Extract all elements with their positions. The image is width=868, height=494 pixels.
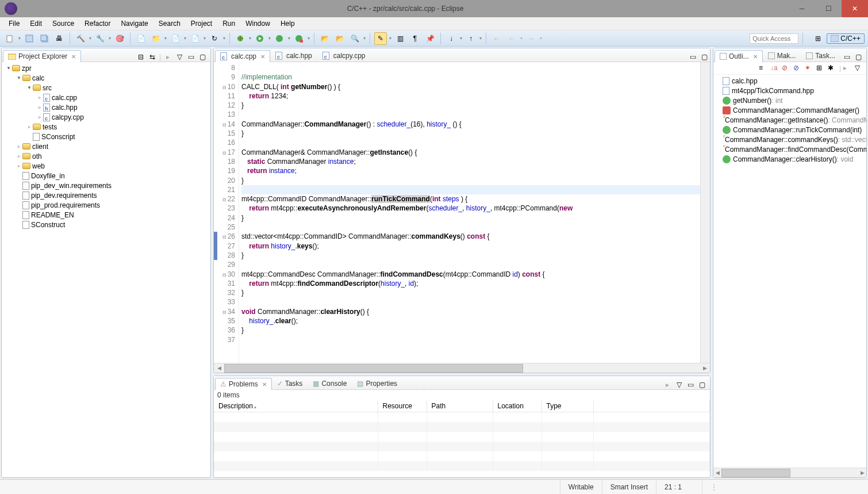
maximize-view-icon[interactable]: ▢	[198, 52, 207, 62]
tree-item[interactable]: pip_dev.requirements	[2, 190, 210, 200]
quick-access-input[interactable]	[750, 33, 798, 44]
view-menu-icon[interactable]: ▸	[843, 64, 852, 73]
menu-icon[interactable]: ▽	[855, 64, 864, 73]
tree-item[interactable]: ▼zpr	[2, 63, 210, 73]
tree-item[interactable]: pip_prod.requirements	[2, 200, 210, 210]
tree-item[interactable]: Doxyfile_in	[2, 171, 210, 181]
minimize-button[interactable]: ─	[789, 0, 815, 17]
code-editor[interactable]: 89⊟10111213⊟141516⊟1718192021⊟22232425⊟2…	[214, 62, 710, 363]
editor-tab[interactable]: calcpy.cpp	[317, 49, 371, 62]
tree-item[interactable]: ▹tests	[2, 122, 210, 132]
tree-item[interactable]: ▹web	[2, 161, 210, 171]
outline-tab[interactable]: Outli...✕	[715, 50, 763, 62]
editor-tab[interactable]: calc.hpp	[270, 49, 317, 62]
problems-tab[interactable]: ⚠Problems✕	[215, 378, 272, 390]
minimize-view-icon[interactable]: ▭	[186, 52, 195, 62]
view-menu-icon[interactable]: ▸	[663, 380, 672, 389]
toggle-mark-button[interactable]: ✎	[374, 32, 387, 45]
problems-table[interactable]: DescriptionResourcePathLocationType	[214, 400, 710, 477]
menu-file[interactable]: File	[3, 18, 25, 29]
menu-help[interactable]: Help	[275, 18, 300, 29]
new-button[interactable]	[3, 32, 16, 45]
menu-navigate[interactable]: Navigate	[116, 18, 153, 29]
outline-item[interactable]: calc.hpp	[713, 76, 866, 86]
problems-tab[interactable]: ▤Properties	[352, 377, 402, 389]
maximize-view-icon[interactable]: ▢	[697, 380, 706, 389]
tree-item[interactable]: ▹calc.cpp	[2, 93, 210, 102]
menu-icon[interactable]: ▽	[175, 52, 184, 62]
collapse-all-icon[interactable]: ⊟	[136, 52, 145, 62]
prev-annotation-button[interactable]: ↑	[464, 32, 477, 45]
outline-item[interactable]: mt4cpp/TickCommand.hpp	[713, 86, 866, 95]
tree-item[interactable]: SConscript	[2, 132, 210, 141]
target-button[interactable]: 🎯	[113, 32, 126, 45]
minimize-view-icon[interactable]: ▭	[686, 380, 695, 389]
menu-window[interactable]: Window	[240, 18, 275, 29]
tree-item[interactable]: pip_dev_win.requirements	[2, 181, 210, 190]
outline-item[interactable]: CommandManager::clearHistory() : void	[713, 154, 866, 164]
focus-icon[interactable]: ✱	[828, 64, 837, 73]
tree-item[interactable]: ▹client	[2, 141, 210, 151]
menu-source[interactable]: Source	[47, 18, 79, 29]
outline-list[interactable]: calc.hppmt4cpp/TickCommand.hppgetNumber(…	[713, 75, 866, 468]
save-all-button[interactable]	[38, 32, 51, 45]
nav-fwd-button[interactable]: →	[525, 32, 537, 45]
open-perspective-button[interactable]: ⊞	[812, 32, 824, 45]
menu-run[interactable]: Run	[217, 18, 240, 29]
open-project-button[interactable]: 📂	[318, 32, 331, 45]
tree-item[interactable]: ▼calc	[2, 73, 210, 83]
profile-button[interactable]	[293, 32, 305, 45]
open-folder-button[interactable]: 📂	[333, 32, 346, 45]
menu-refactor[interactable]: Refactor	[79, 18, 116, 29]
pin-button[interactable]: 📌	[424, 32, 436, 45]
group-icon[interactable]: ⊞	[816, 64, 825, 73]
open-type-button[interactable]: 📄	[169, 32, 182, 45]
tree-item[interactable]: README_EN	[2, 210, 210, 220]
outline-tab[interactable]: Mak...	[763, 49, 801, 62]
tree-item[interactable]: ▼src	[2, 83, 210, 93]
outline-tab[interactable]: Task...	[801, 49, 840, 62]
next-annotation-button[interactable]: ↓	[445, 32, 458, 45]
tree-item[interactable]: ▹calc.hpp	[2, 102, 210, 112]
run-last-button[interactable]	[273, 32, 286, 45]
vertical-scrollbar[interactable]	[700, 62, 710, 363]
link-editor-icon[interactable]: ⇆	[148, 52, 157, 62]
search-button[interactable]: 🔍	[348, 32, 361, 45]
nav-back-button[interactable]: ←	[505, 32, 518, 45]
outline-item[interactable]: CommandManager::CommandManager()	[713, 105, 866, 115]
tree-item[interactable]: ▹oth	[2, 151, 210, 161]
menu-project[interactable]: Project	[186, 18, 217, 29]
outline-item[interactable]: CommandManager::getInstance() : CommandM…	[713, 115, 866, 125]
build-button[interactable]: 🔨	[74, 32, 87, 45]
tree-item[interactable]: ▹calcpy.cpp	[2, 112, 210, 122]
menu-edit[interactable]: Edit	[25, 18, 47, 29]
new-class-button[interactable]: 📄	[135, 32, 147, 45]
outline-item[interactable]: getNumber() : int	[713, 95, 866, 105]
tab-project-explorer[interactable]: Project Explorer ✕	[3, 50, 81, 62]
maximize-button[interactable]: ☐	[815, 0, 842, 17]
horizontal-scrollbar[interactable]: ◀ ▶	[214, 363, 710, 373]
hide-static-icon[interactable]: ⊘	[782, 64, 791, 73]
new-folder-button[interactable]: 📁	[149, 32, 162, 45]
menu-search[interactable]: Search	[153, 18, 186, 29]
save-button[interactable]	[23, 32, 36, 45]
minimize-view-icon[interactable]: ▭	[842, 52, 851, 62]
project-tree[interactable]: ▼zpr▼calc▼src▹calc.cpp▹calc.hpp▹calcpy.c…	[2, 62, 210, 477]
outline-item[interactable]: CommandManager::runTickCommand(int)	[713, 125, 866, 135]
outline-item[interactable]: CommandManager::commandKeys() : std::vec…	[713, 135, 866, 144]
new-source-button[interactable]: 📄	[189, 32, 201, 45]
filter-fields-icon[interactable]: ↓a	[770, 64, 779, 73]
maximize-editor-icon[interactable]: ▢	[700, 52, 709, 62]
hide-non-public-icon[interactable]: ⊘	[793, 64, 802, 73]
problems-tab[interactable]: ✓Tasks	[272, 377, 308, 389]
refresh-button[interactable]: ↻	[208, 32, 221, 45]
close-icon[interactable]: ✕	[260, 53, 265, 60]
close-icon[interactable]: ✕	[71, 53, 76, 60]
toggle-whitespace-button[interactable]: ¶	[409, 32, 421, 45]
editor-tab[interactable]: calc.cpp✕	[215, 50, 270, 62]
sort-icon[interactable]: ≡	[759, 64, 768, 73]
view-menu-icon[interactable]: ▸	[163, 52, 172, 62]
build-all-button[interactable]: 🔧	[94, 32, 106, 45]
close-button[interactable]: ✕	[842, 0, 868, 17]
run-button[interactable]	[254, 32, 266, 45]
